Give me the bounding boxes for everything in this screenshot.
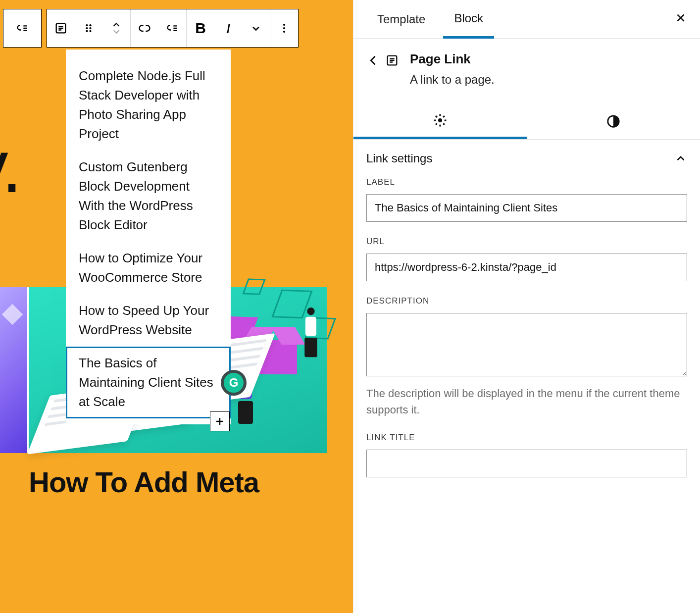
- settings-sidebar: Template Block Page Link A link to a pag…: [353, 0, 700, 613]
- field-heading: URL: [366, 237, 687, 247]
- contrast-icon: [606, 114, 621, 129]
- options-button[interactable]: [270, 9, 298, 47]
- link-button[interactable]: [131, 9, 158, 47]
- italic-button[interactable]: I: [214, 9, 242, 47]
- sidebar-tabs: Template Block: [353, 0, 700, 39]
- url-input[interactable]: [366, 254, 687, 281]
- move-buttons: [102, 9, 130, 47]
- toolbar-group-parent: [3, 9, 42, 48]
- close-sidebar-button[interactable]: [674, 11, 687, 28]
- navigation-submenu: Complete Node.js Full Stack Developer wi…: [66, 50, 231, 424]
- svg-point-9: [283, 31, 285, 33]
- page-heading-fragment: hy.: [0, 124, 21, 209]
- field-heading: LINK TITLE: [366, 433, 687, 443]
- add-submenu-button[interactable]: [158, 9, 186, 47]
- block-toolbar: B I: [3, 9, 299, 48]
- chevron-up-icon: [674, 152, 687, 165]
- submenu-item[interactable]: Custom Gutenberg Block Development With …: [66, 151, 231, 242]
- description-hint: The description will be displayed in the…: [366, 385, 687, 418]
- block-card: Page Link A link to a page.: [353, 39, 700, 103]
- field-url: URL: [366, 237, 687, 281]
- editor-canvas: B I hy. Complete Node.js: [0, 0, 353, 613]
- field-link-title: LINK TITLE: [366, 433, 687, 477]
- block-card-title: Page Link: [410, 51, 495, 67]
- field-heading: DESCRIPTION: [366, 296, 687, 306]
- add-block-button[interactable]: [210, 411, 230, 431]
- submenu-item[interactable]: How to Speed Up Your WordPress Website: [66, 294, 231, 347]
- bold-button[interactable]: B: [187, 9, 214, 47]
- move-up-button[interactable]: [111, 21, 122, 28]
- label-input[interactable]: [366, 194, 687, 222]
- subtab-styles[interactable]: [527, 103, 700, 139]
- submenu-item-selected[interactable]: The Basics of Maintaining Client Sites a…: [66, 347, 231, 418]
- back-button-icon[interactable]: [366, 53, 380, 67]
- panel-title: Link settings: [366, 152, 432, 165]
- description-textarea[interactable]: [366, 313, 687, 376]
- svg-point-4: [89, 27, 91, 29]
- svg-point-5: [86, 30, 88, 32]
- link-settings-panel: Link settings LABEL URL DESCRIPTION The …: [353, 140, 700, 507]
- more-formatting-button[interactable]: [242, 9, 270, 47]
- inspector-subtabs: [353, 103, 700, 140]
- submenu-item[interactable]: How to Optimize Your WooCommerce Store: [66, 242, 231, 294]
- gear-icon: [433, 113, 448, 128]
- block-type-button[interactable]: [47, 9, 75, 47]
- svg-point-3: [86, 27, 88, 29]
- field-description: DESCRIPTION The description will be disp…: [366, 296, 687, 418]
- grammarly-icon[interactable]: G: [221, 370, 247, 396]
- svg-point-11: [438, 118, 442, 122]
- page-link-icon: [385, 53, 399, 67]
- tab-block[interactable]: Block: [443, 0, 494, 39]
- submenu-item-label: The Basics of Maintaining Client Sites a…: [79, 356, 213, 409]
- svg-point-8: [283, 27, 285, 29]
- block-card-description: A link to a page.: [410, 73, 495, 87]
- field-label: LABEL: [366, 177, 687, 222]
- move-down-button[interactable]: [111, 28, 122, 35]
- svg-point-2: [89, 24, 91, 26]
- svg-point-6: [89, 30, 91, 32]
- drag-handle-icon[interactable]: [75, 9, 102, 47]
- link-title-input[interactable]: [366, 450, 687, 477]
- post-title[interactable]: How To Add Meta: [29, 465, 259, 499]
- submenu-item[interactable]: Complete Node.js Full Stack Developer wi…: [66, 59, 231, 151]
- tab-template[interactable]: Template: [366, 0, 436, 38]
- svg-point-7: [283, 24, 285, 26]
- field-heading: LABEL: [366, 177, 687, 187]
- svg-point-1: [86, 24, 88, 26]
- subtab-settings[interactable]: [353, 103, 527, 139]
- toolbar-group-main: B I: [47, 9, 299, 48]
- select-parent-button[interactable]: [8, 9, 36, 47]
- panel-toggle[interactable]: Link settings: [366, 140, 687, 177]
